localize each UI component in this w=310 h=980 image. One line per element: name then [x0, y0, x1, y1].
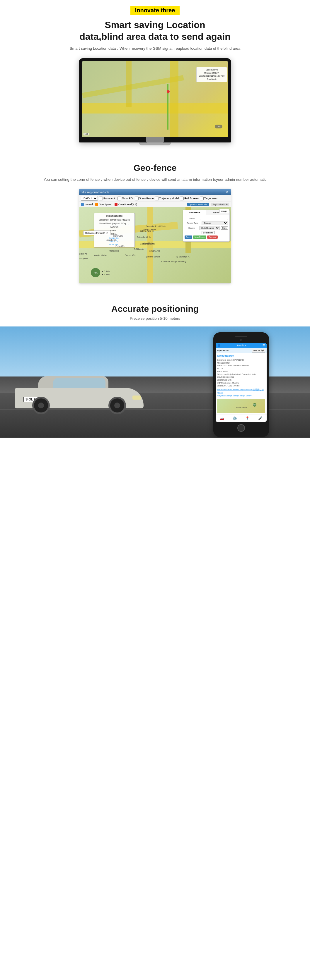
location-icon: 📍: [242, 416, 254, 420]
phone-baidu-select[interactable]: BAIDU: [252, 349, 265, 353]
phone-oil: Oil and electricity:Fuel circuit:Connect…: [217, 373, 265, 379]
baidu-select[interactable]: BAIDU: [81, 196, 98, 201]
screen-map-scale: 100: [83, 133, 89, 135]
trajectory-checkbox[interactable]: [155, 197, 159, 200]
settings-icon: ⚙️: [229, 416, 241, 420]
phone-map-mini: An der Kirche 70%: [217, 399, 265, 414]
map-label-6: tra Quelle: [79, 258, 88, 259]
phone-map-label: An der Kirche: [236, 406, 247, 409]
save-fence-button[interactable]: Save: [185, 235, 192, 239]
panoramic-checkbox[interactable]: [99, 197, 103, 200]
map-label-heimat: ◎ Heimatsstube: [140, 243, 155, 245]
phone-sub-header: RightVehicle BAIDU: [216, 348, 267, 353]
phone-nav-location[interactable]: 📍: [241, 416, 254, 421]
show-fence-label: Show Fence: [139, 197, 154, 200]
fence-type-row: Fence Type Storage: [185, 221, 228, 225]
map-label-10: S. Nitschke: [134, 248, 144, 250]
car-icon: 🚗: [216, 416, 228, 420]
monitor-unit: Speed:0km/h Mileage:0Mile[?] Locate:2017…: [79, 58, 231, 145]
fence-type-label: Fence Type: [185, 222, 201, 224]
new-fence-button[interactable]: New Fence: [193, 235, 206, 239]
select-bind-label[interactable]: Select Bind: [201, 231, 215, 234]
panoramic-cb[interactable]: Panoramic: [99, 197, 116, 200]
screen-percent: 72%: [215, 125, 222, 129]
monitor-screen-map: Speed:0km/h Mileage:0Mile[?] Locate:2017…: [82, 61, 228, 137]
phone-alarm: Alarm:Alarm: [217, 370, 265, 373]
regional-vehicle-button[interactable]: Regional vehicle: [211, 203, 229, 206]
phone-screen: 👤 Monitor ☰ RightVehicle BAIDU XY03D3132…: [216, 343, 267, 422]
open-road-button[interactable]: Open the road traffic: [187, 203, 209, 206]
click-label[interactable]: Click: [221, 226, 228, 230]
map-label-ger: ◎ Gerr...mbH: [149, 250, 161, 252]
phone-links[interactable]: Advanced Control Panel A key fortificati…: [217, 388, 265, 397]
monitor-screen: Speed:0km/h Mileage:0Mile[?] Locate:2017…: [82, 61, 228, 137]
phone-home-button[interactable]: [237, 424, 245, 432]
map-label-11: Dr.med. Chr: [125, 254, 136, 256]
remove-fence-button[interactable]: Remove: [207, 235, 218, 239]
relevance-fence-label: Relevance Fence(0): [85, 232, 105, 234]
geofence-desc: You can setting the zone of fence，when d…: [12, 177, 298, 183]
map-label-netto: ◎ Netto Filiale: [143, 229, 156, 231]
fence-name-row: Name: [185, 217, 228, 220]
phone-nav-settings[interactable]: ⚙️: [229, 416, 241, 421]
relevance-fence-tag[interactable]: Relevance Fence(0) ✕: [83, 231, 110, 235]
set-fence-tab[interactable]: Set Fence: [183, 210, 206, 215]
mic-icon: 🎤: [255, 416, 266, 420]
range-button[interactable]: range: [219, 209, 229, 213]
speed-arrows: ▲ 0.9K/s ▼ 1.2K/s: [101, 270, 110, 276]
fullscreen-checkbox[interactable]: [180, 197, 184, 200]
target-name-label: Target nam: [204, 197, 217, 200]
fence-type-select[interactable]: Storage: [201, 221, 228, 225]
geoui-wrapper: His regional vehicle ─ □ ✕ BAIDU Panoram…: [12, 189, 298, 283]
target-name-cb[interactable]: Target nam: [200, 197, 217, 200]
innovate-section: Innovate three Smart saving Locationdata…: [0, 0, 310, 157]
panoramic-label: Panoramic: [104, 197, 116, 200]
phone-sub-label: RightVehicle: [217, 350, 229, 352]
phone-frame: 👤 Monitor ☰ RightVehicle BAIDU XY03D3132…: [213, 332, 269, 437]
show-fence-checkbox[interactable]: [135, 197, 139, 200]
show-poi-cb[interactable]: Show POI: [117, 197, 134, 200]
phone-nav-mic[interactable]: 🎤: [254, 416, 267, 421]
monitor-stand: [146, 137, 164, 142]
geoui-window-controls: ─ □ ✕: [220, 190, 229, 194]
fence-status-label: Status: [185, 227, 198, 229]
fence-status-select[interactable]: Out of bounds: [199, 226, 220, 230]
target-name-checkbox[interactable]: [200, 197, 204, 200]
phone-vehicle-id: XY03D3132460: [217, 354, 265, 358]
car-phone-section: S·OL 911 👤 Monitor ☰: [0, 326, 310, 438]
phone-header-icon: 👤: [217, 344, 221, 347]
phone-nav-car[interactable]: 🚗: [216, 416, 229, 421]
geoui-map[interactable]: XY03D3132460 Equipment cornet:0870731324…: [79, 207, 231, 283]
accurate-desc: Preceise position 5-10 meters: [12, 316, 298, 321]
show-fence-cb[interactable]: Show Fence: [135, 197, 154, 200]
trajectory-cb[interactable]: Trajectory Model: [155, 197, 179, 200]
monitor-frame: Speed:0km/h Mileage:0Mile[?] Locate:2017…: [79, 58, 231, 142]
map-label-deutsche: Deutsche P ost Fillale: [146, 225, 166, 227]
fence-name-label: Name: [185, 217, 199, 220]
phone-equipment: Equipment cornet:08707313460: [217, 359, 265, 361]
geofence-section: Geo-fence You can setting the zone of fe…: [0, 157, 310, 298]
innovate-title: Smart saving Locationdata,blind area dat…: [12, 19, 298, 42]
legend-overspeed: OverSpeed: [95, 203, 112, 206]
innovate-badge: Innovate three: [130, 6, 180, 15]
fullscreen-cb[interactable]: Full Screen: [180, 197, 199, 200]
innovate-subtitle: Smart saving Location data，When recovery…: [12, 46, 298, 51]
map-label-2: oldschmidt: [106, 239, 116, 241]
map-label-8: Goldschmidt ◎: [137, 236, 150, 239]
monitor-wrapper: Speed:0km/h Mileage:0Mile[?] Locate:2017…: [12, 58, 298, 145]
phone-header-menu[interactable]: ☰: [262, 344, 265, 347]
fence-action-row: Save New Fence Remove: [185, 235, 228, 239]
geoui-toolbar: BAIDU Panoramic Show POI Show Fence Traj…: [79, 195, 231, 202]
relevance-fence-close[interactable]: ✕: [106, 231, 109, 234]
phone-speaker: [235, 336, 247, 337]
show-poi-checkbox[interactable]: [117, 197, 121, 200]
vehicle-id-popup: XY03D3132460: [96, 215, 133, 218]
phone-acc: ACC:0: [217, 367, 265, 370]
geoui-fence-panel: Set Fence My Fence Name Fence Type: [183, 210, 230, 242]
map-label-5: Bistro As: [79, 253, 87, 255]
speed-circle: 70%: [91, 268, 100, 277]
fence-status-row: Status Out of bounds Click: [185, 226, 228, 230]
geoui-title-text: His regional vehicle: [81, 191, 109, 194]
phone-bottom-nav: 🚗 ⚙️ 📍 🎤: [216, 415, 267, 422]
fence-name-input[interactable]: [200, 217, 228, 220]
